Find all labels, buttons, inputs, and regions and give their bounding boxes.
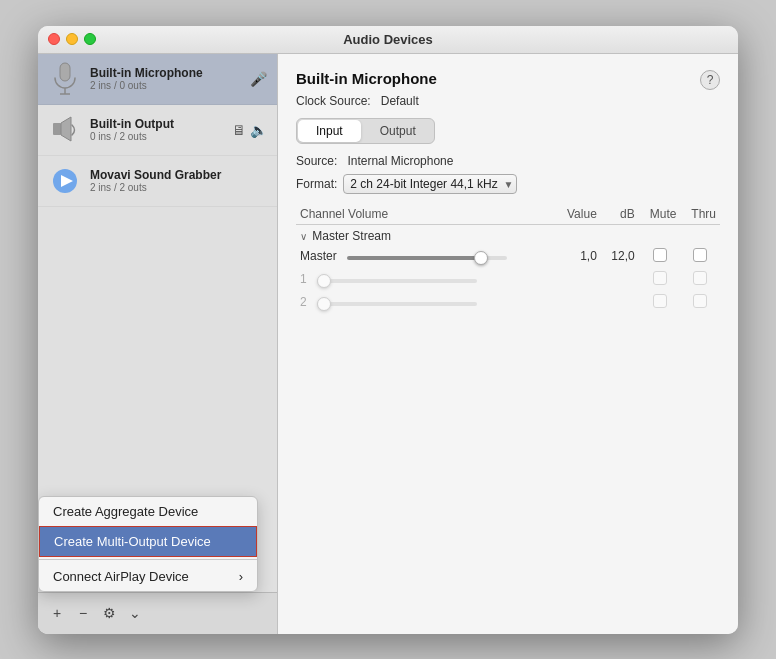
master-channel-label: Master xyxy=(296,245,555,268)
device-badges-microphone: 🎤 xyxy=(250,71,267,87)
svg-rect-3 xyxy=(53,123,61,135)
table-row-ch2: 2 xyxy=(296,291,720,314)
chevron-button[interactable]: ⌄ xyxy=(124,602,146,624)
device-item-built-in-output[interactable]: Built-in Output 0 ins / 2 outs 🖥 🔈 xyxy=(38,105,277,156)
master-thru-checkbox[interactable] xyxy=(693,248,707,262)
master-mute-checkbox[interactable] xyxy=(653,248,667,262)
clock-source-label: Clock Source: xyxy=(296,94,371,108)
help-button[interactable]: ? xyxy=(700,70,720,90)
monitor-badge-icon: 🖥 xyxy=(232,122,246,138)
ch1-db-cell xyxy=(601,268,639,291)
menu-divider xyxy=(39,559,257,560)
channel-table: Channel Volume Value dB Mute Thru ∨ Mast… xyxy=(296,204,720,314)
source-label: Source: xyxy=(296,154,337,168)
tabs-row: Input Output xyxy=(296,118,435,144)
ch2-mute-checkbox[interactable] xyxy=(653,294,667,308)
format-row: Format: 2 ch 24-bit Integer 44,1 kHz ▼ xyxy=(296,174,720,194)
format-wrapper: 2 ch 24-bit Integer 44,1 kHz ▼ xyxy=(343,174,517,194)
clock-source-row: Clock Source: Default xyxy=(296,94,720,108)
close-button[interactable] xyxy=(48,33,60,45)
col-header-channel-volume: Channel Volume xyxy=(296,204,555,225)
device-desc-microphone: 2 ins / 0 outs xyxy=(90,80,203,91)
ch1-value-cell xyxy=(555,268,601,291)
table-row-ch1: 1 xyxy=(296,268,720,291)
ch2-mute-cell xyxy=(639,291,681,314)
bottom-toolbar: + − ⚙ ⌄ Create Aggregate Device Create M… xyxy=(38,592,277,634)
col-header-thru: Thru xyxy=(681,204,720,225)
traffic-lights xyxy=(48,33,96,45)
master-stream-section-row: ∨ Master Stream xyxy=(296,224,720,245)
clock-source-value: Default xyxy=(381,94,419,108)
device-info-microphone: Built-in Microphone 2 ins / 0 outs xyxy=(90,66,203,91)
ch2-label-text: 2 xyxy=(300,295,307,309)
menu-item-create-multi-output-label: Create Multi-Output Device xyxy=(54,534,211,549)
device-item-built-in-microphone[interactable]: Built-in Microphone 2 ins / 0 outs 🎤 xyxy=(38,54,277,105)
source-value: Internal Microphone xyxy=(347,154,453,168)
table-row-master: Master 1,0 12,0 xyxy=(296,245,720,268)
master-slider[interactable] xyxy=(347,256,507,260)
ch2-slider[interactable] xyxy=(317,302,477,306)
master-label-text: Master xyxy=(300,249,337,263)
ch1-thru-checkbox[interactable] xyxy=(693,271,707,285)
format-select[interactable]: 2 ch 24-bit Integer 44,1 kHz xyxy=(343,174,517,194)
gear-button[interactable]: ⚙ xyxy=(98,602,120,624)
ch1-channel-label: 1 xyxy=(296,268,555,291)
device-name-microphone: Built-in Microphone xyxy=(90,66,203,80)
device-item-movavi[interactable]: Movavi Sound Grabber 2 ins / 2 outs xyxy=(38,156,277,207)
main-content: Built-in Microphone 2 ins / 0 outs 🎤 xyxy=(38,54,738,634)
format-label: Format: xyxy=(296,177,337,191)
master-thru-cell xyxy=(681,245,720,268)
device-name-output: Built-in Output xyxy=(90,117,174,131)
device-info-movavi: Movavi Sound Grabber 2 ins / 2 outs xyxy=(90,168,221,193)
ch1-slider[interactable] xyxy=(317,279,477,283)
title-bar: Audio Devices xyxy=(38,26,738,54)
remove-device-button[interactable]: − xyxy=(72,602,94,624)
minimize-button[interactable] xyxy=(66,33,78,45)
device-desc-movavi: 2 ins / 2 outs xyxy=(90,182,221,193)
ch2-channel-label: 2 xyxy=(296,291,555,314)
ch1-thru-cell xyxy=(681,268,720,291)
ch2-thru-cell xyxy=(681,291,720,314)
master-value-cell: 1,0 xyxy=(555,245,601,268)
right-panel: Built-in Microphone ? Clock Source: Defa… xyxy=(278,54,738,634)
master-db-cell: 12,0 xyxy=(601,245,639,268)
device-badges-output: 🖥 🔈 xyxy=(232,122,267,138)
master-stream-chevron-icon: ∨ xyxy=(300,231,307,242)
menu-item-create-aggregate[interactable]: Create Aggregate Device xyxy=(39,497,257,526)
ch1-label-text: 1 xyxy=(300,272,307,286)
menu-item-create-aggregate-label: Create Aggregate Device xyxy=(53,504,198,519)
col-header-db: dB xyxy=(601,204,639,225)
dropdown-menu: Create Aggregate Device Create Multi-Out… xyxy=(38,496,258,592)
menu-item-create-multi-output[interactable]: Create Multi-Output Device xyxy=(39,526,257,557)
menu-item-connect-airplay[interactable]: Connect AirPlay Device › xyxy=(39,562,257,591)
ch1-mute-cell xyxy=(639,268,681,291)
col-header-mute: Mute xyxy=(639,204,681,225)
ch1-mute-checkbox[interactable] xyxy=(653,271,667,285)
master-mute-cell xyxy=(639,245,681,268)
airplay-arrow-icon: › xyxy=(239,569,243,584)
ch2-value-cell xyxy=(555,291,601,314)
left-panel: Built-in Microphone 2 ins / 0 outs 🎤 xyxy=(38,54,278,634)
device-desc-output: 0 ins / 2 outs xyxy=(90,131,174,142)
device-info-output: Built-in Output 0 ins / 2 outs xyxy=(90,117,174,142)
window-title: Audio Devices xyxy=(343,32,433,47)
movavi-icon xyxy=(48,164,82,198)
tab-input[interactable]: Input xyxy=(298,120,361,142)
menu-item-connect-airplay-label: Connect AirPlay Device xyxy=(53,569,189,584)
speaker-badge-icon: 🔈 xyxy=(250,122,267,138)
svg-marker-4 xyxy=(61,117,71,141)
device-header: Built-in Microphone ? xyxy=(296,70,720,90)
svg-rect-0 xyxy=(60,63,70,81)
master-stream-label: Master Stream xyxy=(312,229,391,243)
output-icon xyxy=(48,113,82,147)
maximize-button[interactable] xyxy=(84,33,96,45)
tab-output[interactable]: Output xyxy=(362,119,434,143)
master-stream-cell: ∨ Master Stream xyxy=(296,224,720,245)
source-row: Source: Internal Microphone xyxy=(296,154,720,168)
ch2-thru-checkbox[interactable] xyxy=(693,294,707,308)
mic-badge-icon: 🎤 xyxy=(250,71,267,87)
right-panel-device-title: Built-in Microphone xyxy=(296,70,437,87)
ch2-db-cell xyxy=(601,291,639,314)
audio-devices-window: Audio Devices Built-in xyxy=(38,26,738,634)
add-device-button[interactable]: + xyxy=(46,602,68,624)
